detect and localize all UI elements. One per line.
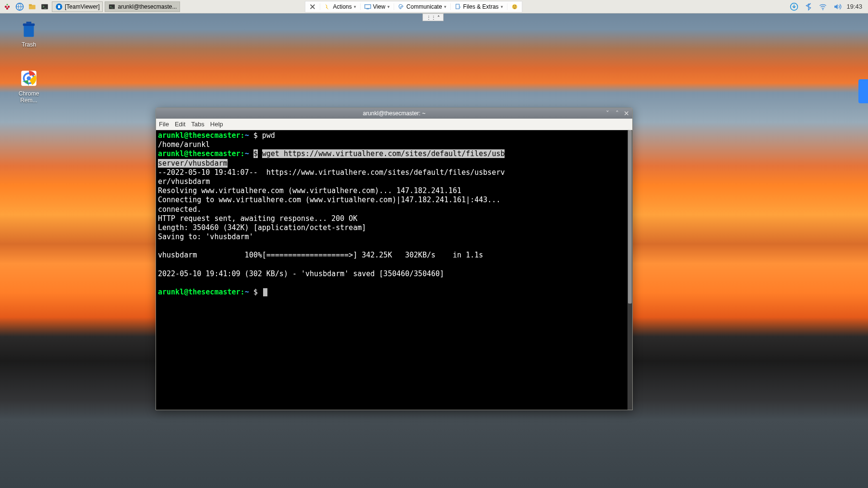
tv-smiley-button[interactable] bbox=[507, 3, 522, 10]
terminal-cmd-wget-2: server/vhusbdarm bbox=[158, 159, 228, 168]
terminal-cursor bbox=[263, 288, 267, 296]
terminal-window: arunkl@thesecmaster: ~ ˅ ˄ ✕ File Edit T… bbox=[156, 108, 633, 410]
svg-text:>_: >_ bbox=[43, 5, 47, 9]
svg-point-20 bbox=[513, 5, 514, 6]
svg-rect-26 bbox=[23, 24, 35, 26]
svg-point-0 bbox=[7, 4, 8, 5]
prompt-dollar: $ bbox=[253, 131, 258, 140]
prompt-user: arunkl@thesecmaster bbox=[158, 288, 241, 296]
raspberry-menu-icon[interactable] bbox=[2, 1, 12, 12]
svg-rect-6 bbox=[29, 4, 32, 5]
svg-marker-24 bbox=[834, 4, 838, 9]
terminal-menu-edit[interactable]: Edit bbox=[175, 121, 185, 128]
prompt-user: arunkl@thesecmaster bbox=[158, 131, 241, 140]
prompt-dollar: $ bbox=[253, 149, 258, 158]
window-minimize-icon[interactable]: ˅ bbox=[603, 110, 611, 117]
terminal-launcher-icon[interactable]: >_ bbox=[39, 1, 50, 12]
svg-text:>_: >_ bbox=[110, 5, 114, 8]
task-item-terminal-label: arunkl@thesecmaste... bbox=[118, 3, 177, 10]
window-maximize-icon[interactable]: ˄ bbox=[613, 110, 621, 117]
svg-marker-15 bbox=[326, 3, 329, 9]
terminal-titlebar[interactable]: arunkl@thesecmaster: ~ ˅ ˄ ✕ bbox=[156, 108, 632, 119]
svg-rect-25 bbox=[24, 25, 34, 37]
desktop-trash-label: Trash bbox=[10, 41, 48, 48]
task-item-terminal[interactable]: >_ arunkl@thesecmaste... bbox=[105, 1, 180, 12]
terminal-menu-file[interactable]: File bbox=[159, 121, 169, 128]
teamviewer-side-tab[interactable] bbox=[858, 79, 868, 103]
svg-rect-16 bbox=[365, 4, 371, 8]
download-tray-icon[interactable] bbox=[789, 1, 799, 12]
tv-actions-label: Actions bbox=[333, 3, 351, 10]
tv-close-button[interactable] bbox=[305, 3, 320, 10]
desktop-chrome-remote-label: Chrome Rem... bbox=[10, 90, 48, 104]
svg-point-23 bbox=[822, 9, 823, 10]
svg-rect-17 bbox=[366, 8, 369, 9]
svg-point-1 bbox=[5, 5, 7, 8]
tv-communicate-button[interactable]: Communicate▾ bbox=[394, 3, 451, 10]
teamviewer-icon bbox=[55, 3, 63, 11]
prompt-dollar: $ bbox=[253, 288, 258, 296]
panel-toggle-icon[interactable]: ⋮⋮ ˄ bbox=[422, 13, 444, 21]
svg-point-2 bbox=[8, 5, 10, 8]
prompt-user: arunkl@thesecmaster bbox=[158, 149, 241, 158]
task-item-teamviewer[interactable]: [TeamViewer] bbox=[52, 1, 103, 12]
terminal-menubar: File Edit Tabs Help bbox=[156, 119, 632, 130]
terminal-out-pwd: /home/arunkl bbox=[158, 140, 210, 149]
taskbar: >_ [TeamViewer] >_ arunkl@thesecmaste...… bbox=[0, 0, 868, 13]
window-close-icon[interactable]: ✕ bbox=[623, 110, 630, 117]
task-item-teamviewer-label: [TeamViewer] bbox=[65, 3, 99, 10]
tv-communicate-label: Communicate bbox=[407, 3, 442, 10]
teamviewer-toolbar: Actions▾ View▾ Communicate▾ Files & Extr… bbox=[305, 1, 522, 12]
terminal-body[interactable]: arunkl@thesecmaster:~ $ pwd /home/arunkl… bbox=[156, 130, 632, 410]
tv-files-button[interactable]: Files & Extras▾ bbox=[451, 3, 507, 10]
terminal-scrollbar[interactable] bbox=[627, 130, 632, 410]
desktop-chrome-remote-icon[interactable]: Chrome Rem... bbox=[10, 68, 48, 104]
svg-rect-18 bbox=[456, 4, 459, 9]
desktop-trash-icon[interactable]: Trash bbox=[10, 19, 48, 48]
file-manager-icon[interactable] bbox=[27, 1, 37, 12]
terminal-menu-tabs[interactable]: Tabs bbox=[191, 121, 204, 128]
terminal-wget-output: --2022-05-10 19:41:07-- https://www.virt… bbox=[158, 168, 505, 278]
tv-view-label: View bbox=[373, 3, 386, 10]
svg-point-21 bbox=[515, 5, 516, 6]
web-browser-icon[interactable] bbox=[14, 1, 25, 12]
terminal-cmd-wget-1: wget https://www.virtualhere.com/sites/d… bbox=[262, 149, 505, 158]
svg-rect-27 bbox=[26, 22, 32, 24]
wifi-tray-icon[interactable] bbox=[818, 1, 828, 12]
terminal-menu-help[interactable]: Help bbox=[210, 121, 223, 128]
tv-files-label: Files & Extras bbox=[463, 3, 499, 10]
tv-view-button[interactable]: View▾ bbox=[361, 3, 394, 10]
svg-point-19 bbox=[512, 4, 517, 9]
terminal-cmd-pwd: pwd bbox=[262, 131, 275, 140]
taskbar-clock[interactable]: 19:43 bbox=[846, 3, 862, 10]
svg-point-3 bbox=[6, 7, 9, 10]
bluetooth-tray-icon[interactable] bbox=[803, 1, 814, 12]
terminal-task-icon: >_ bbox=[108, 3, 116, 11]
terminal-title-text: arunkl@thesecmaster: ~ bbox=[363, 110, 426, 117]
volume-tray-icon[interactable] bbox=[832, 1, 843, 12]
tv-actions-button[interactable]: Actions▾ bbox=[320, 3, 360, 10]
